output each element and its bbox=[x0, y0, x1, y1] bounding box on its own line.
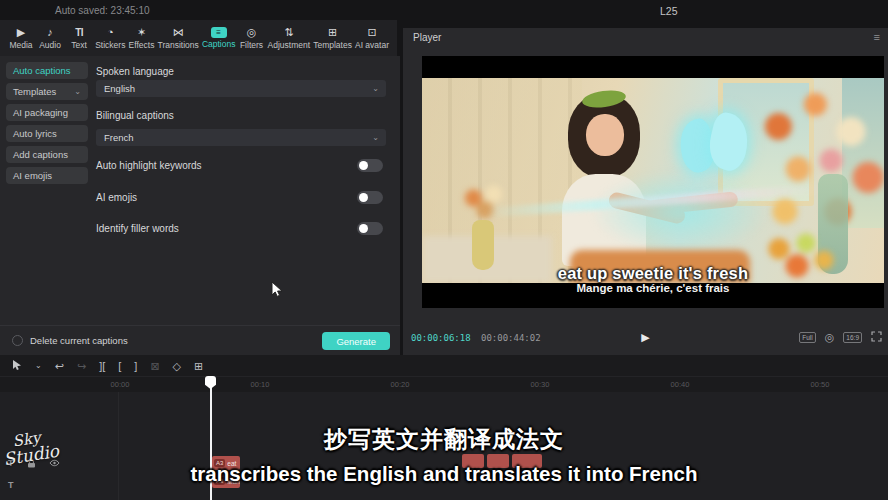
ribbon-tab-label: Audio bbox=[39, 40, 61, 50]
player-panel: Player ≡ bbox=[403, 28, 888, 355]
media-icon: ▶ bbox=[17, 26, 25, 39]
transitions-icon: ⋈ bbox=[173, 26, 184, 39]
captions-icon: ≡ bbox=[211, 27, 227, 38]
chevron-down-icon: ⌄ bbox=[74, 83, 81, 100]
ribbon-tab-captions[interactable]: ≡ Captions bbox=[202, 27, 236, 49]
trim-left-icon[interactable]: [ bbox=[118, 359, 121, 373]
ai-emojis-row: AI emojis bbox=[96, 191, 386, 205]
sidebar-item-ai-emojis[interactable]: AI emojis bbox=[6, 167, 88, 184]
captions-panel: Auto captions Templates ⌄ AI packaging A… bbox=[0, 56, 400, 355]
full-preview-button[interactable]: Full bbox=[799, 332, 815, 343]
ruler-label: 00:40 bbox=[671, 380, 690, 389]
ribbon-tab-ai-avatar[interactable]: ⊡ AI avatar bbox=[355, 26, 389, 50]
sidebar-item-auto-captions[interactable]: Auto captions bbox=[6, 62, 88, 79]
sidebar-item-label: Add captions bbox=[13, 146, 68, 163]
sidebar-item-ai-packaging[interactable]: AI packaging bbox=[6, 104, 88, 121]
sidebar-item-label: AI packaging bbox=[13, 104, 68, 121]
undo-icon[interactable]: ↩ bbox=[55, 359, 64, 373]
ribbon-tab-label: AI avatar bbox=[355, 40, 389, 50]
spoken-language-select[interactable]: English ⌄ bbox=[96, 80, 386, 97]
autosave-status: Auto saved: 23:45:10 bbox=[55, 5, 150, 16]
sidebar-item-label: Templates bbox=[13, 83, 56, 100]
ruler-label: 00:10 bbox=[251, 380, 270, 389]
sidebar-item-label: AI emojis bbox=[13, 167, 52, 184]
delete-icon[interactable]: ⊠ bbox=[150, 359, 159, 373]
sticker-icon: ◔ bbox=[107, 26, 114, 39]
crop-icon[interactable]: ⊞ bbox=[194, 359, 203, 373]
aspect-ratio-button[interactable]: 16:9 bbox=[843, 332, 862, 343]
templates-icon: ⊞ bbox=[328, 26, 337, 39]
ribbon-tab-adjustment[interactable]: ⇅ Adjustment bbox=[268, 26, 311, 50]
mouse-cursor bbox=[271, 281, 284, 302]
redo-icon[interactable]: ↪ bbox=[77, 359, 86, 373]
auto-highlight-toggle[interactable] bbox=[357, 159, 383, 172]
ruler-label: 00:00 bbox=[111, 380, 130, 389]
filler-words-row: Identify filler words bbox=[96, 222, 386, 236]
delete-captions-label: Delete current captions bbox=[30, 335, 128, 346]
generate-button[interactable]: Generate bbox=[322, 332, 390, 350]
timeline-ruler[interactable]: 00:00 00:10 00:20 00:30 00:40 00:50 bbox=[0, 376, 888, 391]
fullscreen-icon[interactable] bbox=[871, 331, 882, 344]
spoken-language-label: Spoken language bbox=[96, 66, 174, 77]
sidebar-item-label: Auto captions bbox=[13, 62, 71, 79]
bilingual-captions-label: Bilingual captions bbox=[96, 110, 174, 121]
hologram-glow bbox=[590, 170, 770, 254]
ai-avatar-icon: ⊡ bbox=[367, 26, 376, 39]
mask-icon[interactable]: ◇ bbox=[173, 359, 181, 373]
duration-timecode: 00:00:44:02 bbox=[481, 333, 541, 343]
player-menu-icon[interactable]: ≡ bbox=[874, 31, 880, 43]
select-tool-icon[interactable] bbox=[12, 359, 22, 374]
video-preview[interactable]: eat up sweetie it's fresh Mange ma chéri… bbox=[422, 56, 884, 308]
ribbon-tab-effects[interactable]: ✶ Effects bbox=[128, 26, 154, 50]
split-icon[interactable]: ][ bbox=[99, 359, 105, 373]
effects-icon: ✶ bbox=[137, 26, 146, 39]
adjustment-icon: ⇅ bbox=[284, 26, 293, 39]
player-controls: 00:00:06:18 00:00:44:02 ▶ Full ◎ 16:9 bbox=[403, 329, 888, 347]
ribbon-tab-audio[interactable]: ♪ Audio bbox=[37, 26, 63, 50]
ruler-label: 00:50 bbox=[811, 380, 830, 389]
left-vase bbox=[472, 220, 494, 270]
sidebar-item-label: Auto lyrics bbox=[13, 125, 57, 142]
ribbon-tab-text[interactable]: TI Text bbox=[66, 26, 92, 50]
ribbon-tab-label: Captions bbox=[202, 39, 236, 49]
player-title: Player bbox=[413, 32, 441, 43]
ribbon-tab-media[interactable]: ▶ Media bbox=[8, 26, 34, 50]
toggle-knob bbox=[359, 193, 368, 202]
ribbon-tab-label: Text bbox=[71, 40, 87, 50]
ruler-label: 00:30 bbox=[531, 380, 550, 389]
video-caption-secondary: Mange ma chérie, c'est frais bbox=[422, 282, 884, 294]
subtitle-overlay-english: transcribes the English and translates i… bbox=[0, 462, 888, 486]
toggle-knob bbox=[359, 161, 368, 170]
ribbon-tab-label: Filters bbox=[240, 40, 263, 50]
filler-words-toggle[interactable] bbox=[357, 222, 383, 235]
ribbon-tab-label: Templates bbox=[313, 40, 352, 50]
filler-words-label: Identify filler words bbox=[96, 223, 179, 234]
filters-icon: ◎ bbox=[247, 26, 257, 39]
captions-panel-footer: Delete current captions Generate bbox=[0, 325, 400, 355]
ruler-label: 00:20 bbox=[391, 380, 410, 389]
select-tool-chevron-icon[interactable]: ⌄ bbox=[35, 359, 42, 373]
ai-emojis-toggle[interactable] bbox=[357, 191, 383, 204]
ribbon-tab-templates[interactable]: ⊞ Templates bbox=[313, 26, 352, 50]
app-window: Auto saved: 23:45:10 L25 ▶ Media ♪ Audio… bbox=[0, 0, 888, 500]
ribbon-tab-label: Media bbox=[9, 40, 32, 50]
bilingual-captions-select[interactable]: French ⌄ bbox=[96, 129, 386, 146]
sidebar-item-add-captions[interactable]: Add captions bbox=[6, 146, 88, 163]
play-button[interactable]: ▶ bbox=[641, 331, 649, 344]
delete-captions-checkbox[interactable] bbox=[12, 335, 23, 346]
sidebar-item-templates[interactable]: Templates ⌄ bbox=[6, 83, 88, 100]
trim-right-icon[interactable]: ] bbox=[134, 359, 137, 373]
bilingual-captions-value: French bbox=[104, 132, 134, 143]
ribbon-tab-transitions[interactable]: ⋈ Transitions bbox=[158, 26, 199, 50]
zoom-fit-icon[interactable]: ◎ bbox=[825, 332, 835, 343]
video-caption-primary: eat up sweetie it's fresh bbox=[422, 264, 884, 283]
text-icon: TI bbox=[75, 26, 83, 39]
topbar: Auto saved: 23:45:10 L25 bbox=[0, 0, 888, 20]
ribbon-tab-filters[interactable]: ◎ Filters bbox=[239, 26, 265, 50]
chevron-down-icon: ⌄ bbox=[372, 129, 379, 146]
woman-face bbox=[586, 114, 624, 156]
ribbon-tab-stickers[interactable]: ◔ Stickers bbox=[95, 26, 125, 50]
ribbon-tab-label: Adjustment bbox=[268, 40, 311, 50]
toggle-knob bbox=[359, 224, 368, 233]
sidebar-item-auto-lyrics[interactable]: Auto lyrics bbox=[6, 125, 88, 142]
